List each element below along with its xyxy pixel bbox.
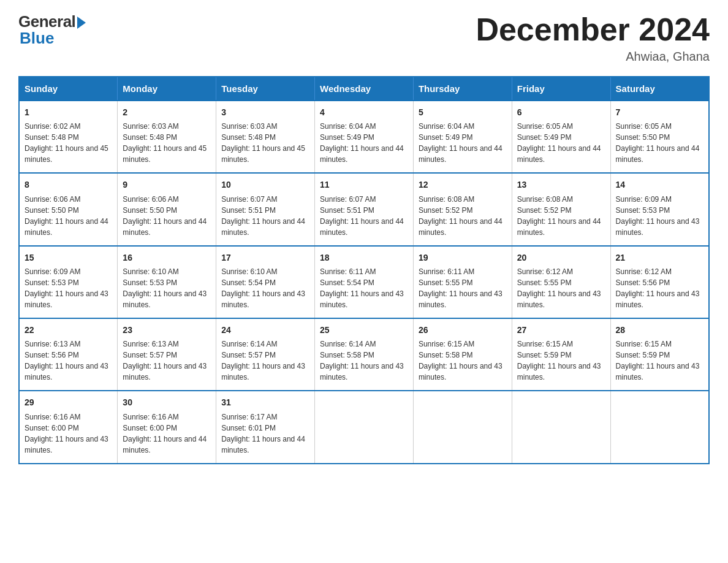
- calendar-cell: 26Sunrise: 6:15 AMSunset: 5:58 PMDayligh…: [413, 318, 512, 391]
- calendar-week-row: 22Sunrise: 6:13 AMSunset: 5:56 PMDayligh…: [19, 318, 709, 391]
- day-info: Sunrise: 6:13 AMSunset: 5:57 PMDaylight:…: [123, 339, 211, 383]
- calendar-week-row: 8Sunrise: 6:06 AMSunset: 5:50 PMDaylight…: [19, 173, 709, 245]
- calendar-cell: 11Sunrise: 6:07 AMSunset: 5:51 PMDayligh…: [315, 173, 414, 245]
- day-number: 12: [419, 178, 507, 191]
- day-number: 19: [419, 251, 507, 264]
- calendar-cell: 22Sunrise: 6:13 AMSunset: 5:56 PMDayligh…: [19, 318, 118, 391]
- day-info: Sunrise: 6:15 AMSunset: 5:59 PMDaylight:…: [517, 339, 605, 383]
- day-info: Sunrise: 6:13 AMSunset: 5:56 PMDaylight:…: [25, 339, 112, 383]
- calendar-cell: 24Sunrise: 6:14 AMSunset: 5:57 PMDayligh…: [216, 318, 315, 391]
- day-info: Sunrise: 6:11 AMSunset: 5:54 PMDaylight:…: [320, 266, 408, 310]
- month-title: December 2024: [476, 12, 710, 47]
- calendar-cell: 7Sunrise: 6:05 AMSunset: 5:50 PMDaylight…: [610, 101, 709, 173]
- day-number: 1: [25, 106, 112, 118]
- weekday-header-thursday: Thursday: [413, 77, 512, 101]
- calendar-week-row: 29Sunrise: 6:16 AMSunset: 6:00 PMDayligh…: [19, 391, 709, 463]
- day-info: Sunrise: 6:03 AMSunset: 5:48 PMDaylight:…: [221, 121, 309, 165]
- day-info: Sunrise: 6:06 AMSunset: 5:50 PMDaylight:…: [123, 194, 211, 238]
- calendar-cell: 30Sunrise: 6:16 AMSunset: 6:00 PMDayligh…: [118, 391, 216, 463]
- day-number: 25: [320, 324, 408, 336]
- day-number: 2: [123, 106, 211, 118]
- weekday-header-saturday: Saturday: [610, 77, 709, 101]
- calendar-cell: 14Sunrise: 6:09 AMSunset: 5:53 PMDayligh…: [610, 173, 709, 245]
- day-number: 5: [419, 106, 507, 118]
- calendar-cell: [315, 391, 414, 463]
- calendar-cell: 17Sunrise: 6:10 AMSunset: 5:54 PMDayligh…: [216, 246, 315, 318]
- day-number: 24: [221, 324, 309, 336]
- day-number: 7: [616, 106, 703, 118]
- day-info: Sunrise: 6:05 AMSunset: 5:49 PMDaylight:…: [517, 121, 605, 165]
- day-number: 26: [419, 324, 507, 336]
- weekday-header-tuesday: Tuesday: [216, 77, 315, 101]
- page-header: General Blue December 2024 Ahwiaa, Ghana: [18, 12, 710, 64]
- day-info: Sunrise: 6:07 AMSunset: 5:51 PMDaylight:…: [221, 194, 309, 238]
- day-number: 28: [616, 324, 703, 336]
- day-info: Sunrise: 6:05 AMSunset: 5:50 PMDaylight:…: [616, 121, 703, 165]
- weekday-row: SundayMondayTuesdayWednesdayThursdayFrid…: [19, 77, 709, 101]
- day-number: 23: [123, 324, 211, 336]
- day-info: Sunrise: 6:08 AMSunset: 5:52 PMDaylight:…: [517, 194, 605, 238]
- day-info: Sunrise: 6:06 AMSunset: 5:50 PMDaylight:…: [25, 194, 112, 238]
- day-number: 18: [320, 251, 408, 264]
- calendar-cell: 6Sunrise: 6:05 AMSunset: 5:49 PMDaylight…: [512, 101, 610, 173]
- day-info: Sunrise: 6:14 AMSunset: 5:58 PMDaylight:…: [320, 339, 408, 383]
- calendar-cell: 20Sunrise: 6:12 AMSunset: 5:55 PMDayligh…: [512, 246, 610, 318]
- day-number: 21: [616, 251, 703, 264]
- day-number: 4: [320, 106, 408, 118]
- day-info: Sunrise: 6:09 AMSunset: 5:53 PMDaylight:…: [25, 266, 112, 310]
- day-number: 22: [25, 324, 112, 336]
- day-info: Sunrise: 6:10 AMSunset: 5:54 PMDaylight:…: [221, 266, 309, 310]
- calendar-cell: [512, 391, 610, 463]
- day-info: Sunrise: 6:04 AMSunset: 5:49 PMDaylight:…: [419, 121, 507, 165]
- calendar-cell: 21Sunrise: 6:12 AMSunset: 5:56 PMDayligh…: [610, 246, 709, 318]
- calendar-week-row: 1Sunrise: 6:02 AMSunset: 5:48 PMDaylight…: [19, 101, 709, 173]
- day-info: Sunrise: 6:16 AMSunset: 6:00 PMDaylight:…: [25, 412, 112, 456]
- day-info: Sunrise: 6:12 AMSunset: 5:56 PMDaylight:…: [616, 266, 703, 310]
- calendar-cell: 5Sunrise: 6:04 AMSunset: 5:49 PMDaylight…: [413, 101, 512, 173]
- calendar-cell: 15Sunrise: 6:09 AMSunset: 5:53 PMDayligh…: [19, 246, 118, 318]
- calendar-cell: [413, 391, 512, 463]
- calendar-cell: 31Sunrise: 6:17 AMSunset: 6:01 PMDayligh…: [216, 391, 315, 463]
- calendar-cell: 28Sunrise: 6:15 AMSunset: 5:59 PMDayligh…: [610, 318, 709, 391]
- day-number: 3: [221, 106, 309, 118]
- calendar-cell: 16Sunrise: 6:10 AMSunset: 5:53 PMDayligh…: [118, 246, 216, 318]
- day-info: Sunrise: 6:04 AMSunset: 5:49 PMDaylight:…: [320, 121, 408, 165]
- calendar-cell: 9Sunrise: 6:06 AMSunset: 5:50 PMDaylight…: [118, 173, 216, 245]
- day-number: 27: [517, 324, 605, 336]
- logo-blue-text: Blue: [20, 29, 54, 48]
- day-info: Sunrise: 6:02 AMSunset: 5:48 PMDaylight:…: [25, 121, 112, 165]
- calendar-body: 1Sunrise: 6:02 AMSunset: 5:48 PMDaylight…: [19, 101, 709, 463]
- day-number: 15: [25, 251, 112, 264]
- day-number: 13: [517, 178, 605, 191]
- day-info: Sunrise: 6:03 AMSunset: 5:48 PMDaylight:…: [123, 121, 211, 165]
- day-number: 29: [25, 396, 112, 408]
- weekday-header-friday: Friday: [512, 77, 610, 101]
- day-number: 8: [25, 178, 112, 191]
- day-info: Sunrise: 6:16 AMSunset: 6:00 PMDaylight:…: [123, 412, 211, 456]
- day-number: 30: [123, 396, 211, 408]
- day-number: 6: [517, 106, 605, 118]
- day-number: 14: [616, 178, 703, 191]
- logo-triangle-icon: [77, 17, 86, 29]
- day-number: 9: [123, 178, 211, 191]
- day-info: Sunrise: 6:12 AMSunset: 5:55 PMDaylight:…: [517, 266, 605, 310]
- day-number: 11: [320, 178, 408, 191]
- day-info: Sunrise: 6:15 AMSunset: 5:59 PMDaylight:…: [616, 339, 703, 383]
- calendar-cell: 19Sunrise: 6:11 AMSunset: 5:55 PMDayligh…: [413, 246, 512, 318]
- calendar-cell: 4Sunrise: 6:04 AMSunset: 5:49 PMDaylight…: [315, 101, 414, 173]
- logo: General Blue: [18, 12, 86, 48]
- calendar-cell: 2Sunrise: 6:03 AMSunset: 5:48 PMDaylight…: [118, 101, 216, 173]
- day-info: Sunrise: 6:07 AMSunset: 5:51 PMDaylight:…: [320, 194, 408, 238]
- calendar-cell: 18Sunrise: 6:11 AMSunset: 5:54 PMDayligh…: [315, 246, 414, 318]
- weekday-header-sunday: Sunday: [19, 77, 118, 101]
- day-number: 31: [221, 396, 309, 408]
- calendar-cell: 3Sunrise: 6:03 AMSunset: 5:48 PMDaylight…: [216, 101, 315, 173]
- day-info: Sunrise: 6:08 AMSunset: 5:52 PMDaylight:…: [419, 194, 507, 238]
- day-info: Sunrise: 6:14 AMSunset: 5:57 PMDaylight:…: [221, 339, 309, 383]
- calendar-table: SundayMondayTuesdayWednesdayThursdayFrid…: [18, 76, 710, 464]
- calendar-week-row: 15Sunrise: 6:09 AMSunset: 5:53 PMDayligh…: [19, 246, 709, 318]
- calendar-cell: 13Sunrise: 6:08 AMSunset: 5:52 PMDayligh…: [512, 173, 610, 245]
- day-info: Sunrise: 6:11 AMSunset: 5:55 PMDaylight:…: [419, 266, 507, 310]
- calendar-cell: 12Sunrise: 6:08 AMSunset: 5:52 PMDayligh…: [413, 173, 512, 245]
- day-number: 20: [517, 251, 605, 264]
